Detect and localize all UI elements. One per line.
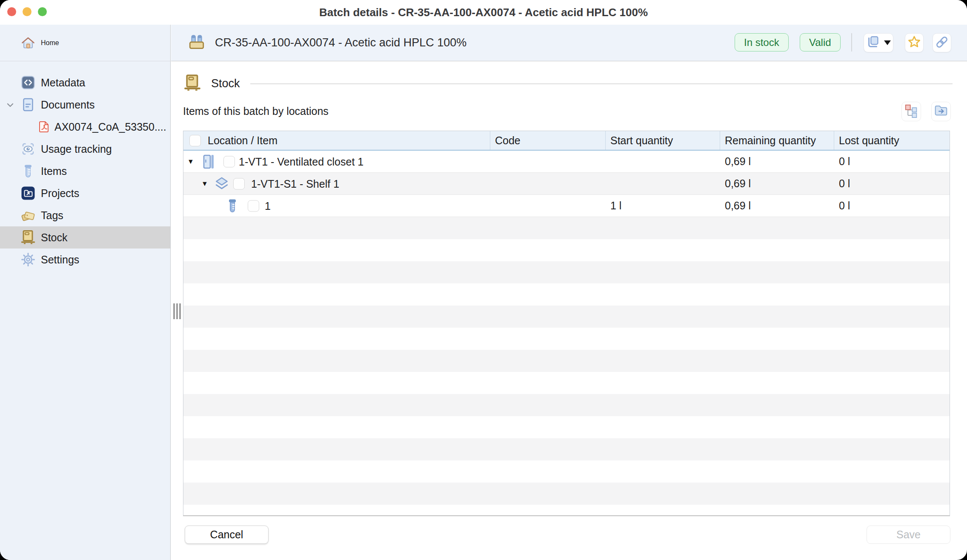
sidebar-item-tags[interactable]: Tags <box>0 204 170 226</box>
cell-lost-quantity: 0 l <box>834 151 949 172</box>
folder-move-icon <box>934 103 948 120</box>
cell-start-quantity: 1 l <box>606 195 720 217</box>
column-header-location-item: Location / Item <box>183 131 490 150</box>
row-checkbox[interactable] <box>223 156 235 167</box>
sidebar-resize-handle[interactable] <box>173 303 181 319</box>
close-button[interactable] <box>7 7 16 16</box>
window-title: Batch details - CR-35-AA-100-AX0074 - Ac… <box>319 6 648 19</box>
stock-section-icon <box>183 73 201 93</box>
closet-icon <box>200 154 216 169</box>
code-icon <box>20 75 36 90</box>
sidebar-item-usage-tracking[interactable]: Usage tracking <box>0 138 170 160</box>
eye-scan-icon <box>20 141 36 157</box>
table-row-item[interactable]: 1 1 l 0,69 l 0 l <box>183 195 950 217</box>
section-subtitle: Items of this batch by locations <box>183 105 329 117</box>
sidebar-item-label: Tags <box>41 209 63 222</box>
link-icon <box>935 35 949 51</box>
column-header-code: Code <box>490 131 606 150</box>
location-label: 1-VT1-S1 - Shelf 1 <box>251 177 339 190</box>
zoom-button[interactable] <box>38 7 47 16</box>
cancel-button[interactable]: Cancel <box>185 526 269 544</box>
sidebar-item-projects[interactable]: Projects <box>0 182 170 204</box>
cell-remaining-quantity: 0,69 l <box>720 173 834 194</box>
stock-icon <box>20 230 36 245</box>
item-label: 1 <box>265 200 271 212</box>
cell-start-quantity <box>606 173 720 194</box>
copy-link-button[interactable] <box>933 33 951 52</box>
sidebar-nav: Metadata Documents AX0074_CoA_53350.... <box>0 61 170 271</box>
shelf-icon <box>214 176 230 192</box>
copy-dropdown-button[interactable] <box>864 33 893 52</box>
caret-down-icon <box>884 40 891 45</box>
cell-remaining-quantity: 0,69 l <box>720 195 834 217</box>
sidebar-item-label: Stock <box>41 231 68 244</box>
batch-header: CR-35-AA-100-AX0074 - Acetic acid HPLC 1… <box>171 25 967 61</box>
minimize-button[interactable] <box>23 7 31 16</box>
sidebar-item-settings[interactable]: Settings <box>0 249 170 271</box>
sidebar-item-home[interactable]: Home <box>0 25 170 61</box>
sidebar-item-stock[interactable]: Stock <box>0 226 170 249</box>
row-checkbox[interactable] <box>248 200 259 211</box>
column-header-remaining-quantity: Remaining quantity <box>720 131 834 150</box>
pdf-icon <box>37 120 50 133</box>
document-icon <box>20 97 36 112</box>
batch-icon <box>188 34 206 51</box>
sidebar-item-label: Settings <box>41 254 79 266</box>
status-badge-valid: Valid <box>800 33 841 51</box>
sidebar-item-label: Documents <box>41 99 94 111</box>
sidebar-item-label: Items <box>41 165 67 177</box>
header-divider <box>851 33 852 51</box>
sidebar: Home Metadata Documents <box>0 25 171 560</box>
sidebar-item-metadata[interactable]: Metadata <box>0 71 170 94</box>
table-header-row: Location / Item Code Start quantity Rema… <box>183 131 950 151</box>
table-row-location[interactable]: ▼ 1-VT1 - Ventilated closet 1 0,69 l 0 l <box>183 151 950 173</box>
empty-rows-area <box>183 217 950 516</box>
location-hierarchy-button[interactable] <box>901 102 921 121</box>
star-icon <box>907 34 922 51</box>
stock-table: Location / Item Code Start quantity Rema… <box>183 131 950 516</box>
batch-title: CR-35-AA-100-AX0074 - Acetic acid HPLC 1… <box>215 25 466 61</box>
expander-icon[interactable]: ▼ <box>187 158 194 165</box>
chevron-down-icon[interactable] <box>6 100 15 109</box>
sidebar-item-label: Metadata <box>41 77 85 89</box>
select-all-checkbox[interactable] <box>189 135 201 146</box>
sidebar-item-label: Home <box>41 39 59 47</box>
sidebar-item-label: AX0074_CoA_53350.... <box>54 121 166 133</box>
batch-details-window: Batch details - CR-35-AA-100-AX0074 - Ac… <box>0 0 967 560</box>
expander-icon[interactable]: ▼ <box>201 180 208 187</box>
test-tube-icon <box>20 163 36 179</box>
section-divider <box>250 83 953 84</box>
cell-start-quantity <box>606 151 720 172</box>
favorite-button[interactable] <box>905 33 924 52</box>
column-header-lost-quantity: Lost quantity <box>834 131 949 150</box>
traffic-lights <box>7 7 47 16</box>
hierarchy-icon <box>904 104 918 120</box>
home-icon <box>20 35 36 51</box>
test-tube-icon <box>226 198 239 214</box>
sidebar-item-documents[interactable]: Documents <box>0 94 170 116</box>
column-header-start-quantity: Start quantity <box>606 131 720 150</box>
cell-code <box>490 195 606 217</box>
sidebar-item-label: Projects <box>41 187 79 200</box>
cell-lost-quantity: 0 l <box>834 195 949 217</box>
section-title: Stock <box>211 77 240 90</box>
copy-icon <box>866 35 881 51</box>
sidebar-item-label: Usage tracking <box>41 143 112 155</box>
move-to-location-button[interactable] <box>931 102 951 121</box>
gear-icon <box>20 252 36 267</box>
sidebar-item-pdf-document[interactable]: AX0074_CoA_53350.... <box>0 116 170 138</box>
cell-lost-quantity: 0 l <box>834 173 949 194</box>
titlebar: Batch details - CR-35-AA-100-AX0074 - Ac… <box>0 0 967 25</box>
sidebar-item-items[interactable]: Items <box>0 160 170 182</box>
tags-icon <box>20 208 36 223</box>
save-button[interactable]: Save <box>867 526 950 544</box>
status-badge-in-stock: In stock <box>735 33 789 51</box>
cell-code <box>490 173 606 194</box>
row-checkbox[interactable] <box>233 178 245 189</box>
location-label: 1-VT1 - Ventilated closet 1 <box>239 155 363 168</box>
projects-folder-icon <box>20 186 36 201</box>
table-row-location[interactable]: ▼ 1-VT1-S1 - Shelf 1 0,69 l 0 l <box>183 173 950 195</box>
cell-code <box>490 151 606 172</box>
cell-remaining-quantity: 0,69 l <box>720 151 834 172</box>
